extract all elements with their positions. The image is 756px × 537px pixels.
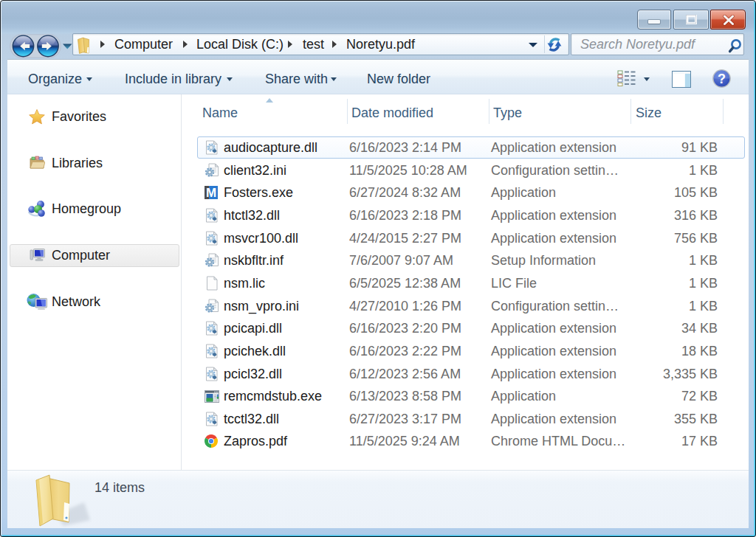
svg-text:?: ? — [718, 72, 726, 86]
svg-text:M: M — [206, 186, 216, 199]
